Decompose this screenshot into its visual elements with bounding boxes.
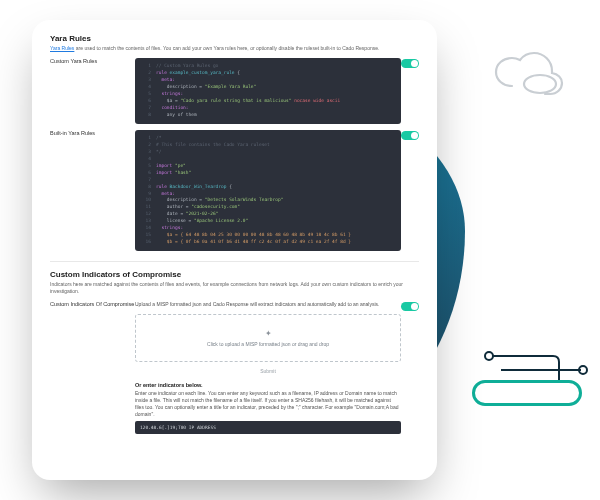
- pill-accent-icon: [472, 380, 582, 406]
- builtin-yara-toggle[interactable]: [401, 131, 419, 140]
- ioc-manual-note: Enter one indicator on each line. You ca…: [135, 390, 401, 418]
- page-description: Yara Rules are used to match the content…: [50, 45, 419, 52]
- custom-yara-row: Custom Yara Rules 1// Custom Yara Rules …: [50, 58, 419, 124]
- ioc-manual-head: Or enter indicators below.: [135, 382, 401, 388]
- ioc-submit-button[interactable]: Submit: [135, 368, 401, 374]
- custom-yara-label: Custom Yara Rules: [50, 58, 135, 64]
- upload-icon: ✦: [142, 329, 394, 338]
- builtin-yara-row: Built-in Yara Rules 1/* 2# This file con…: [50, 130, 419, 252]
- custom-yara-toggle[interactable]: [401, 59, 419, 68]
- svg-point-0: [524, 75, 556, 93]
- ioc-upload-row: Custom Indicators Of Compromise Upload a…: [50, 301, 419, 434]
- tablet-frame: Yara Rules Yara Rules are used to match …: [32, 20, 437, 480]
- upload-box-text: Click to upload a MISP formatted json or…: [142, 341, 394, 347]
- svg-point-1: [485, 352, 493, 360]
- builtin-yara-label: Built-in Yara Rules: [50, 130, 135, 136]
- ioc-manual-input[interactable]: 120.48.6[.]19;T00 IP ADDRESS: [135, 421, 401, 434]
- page-title: Yara Rules: [50, 34, 419, 43]
- ioc-upload-note: Upload a MISP formatted json and Cado Re…: [135, 301, 401, 308]
- yara-rules-link[interactable]: Yara Rules: [50, 45, 74, 51]
- ioc-label: Custom Indicators Of Compromise: [50, 301, 135, 307]
- cloud-icon: [490, 50, 570, 98]
- builtin-yara-code[interactable]: 1/* 2# This file contains the Cado Yara …: [135, 130, 401, 252]
- ioc-toggle[interactable]: [401, 302, 419, 311]
- ioc-section: Custom Indicators of Compromise Indicato…: [50, 261, 419, 434]
- ioc-description: Indicators here are matched against the …: [50, 281, 419, 295]
- custom-yara-code[interactable]: 1// Custom Yara Rules go 2rule example_c…: [135, 58, 401, 124]
- ioc-upload-dropzone[interactable]: ✦ Click to upload a MISP formatted json …: [135, 314, 401, 362]
- ioc-title: Custom Indicators of Compromise: [50, 270, 419, 279]
